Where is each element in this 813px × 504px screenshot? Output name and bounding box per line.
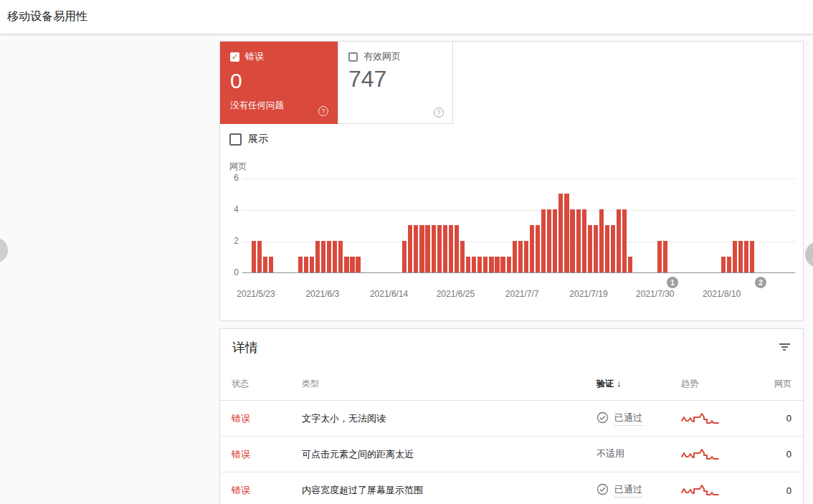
chart-bar[interactable]: [750, 241, 754, 272]
chart-bar[interactable]: [298, 257, 303, 272]
chart-bar[interactable]: [576, 209, 581, 272]
chart-bar[interactable]: [553, 209, 557, 272]
chart-bar[interactable]: [350, 257, 354, 272]
chart-bar[interactable]: [611, 225, 615, 272]
valid-checkbox[interactable]: [348, 52, 358, 62]
scroll-left-button[interactable]: [0, 237, 8, 263]
table-row[interactable]: 错误 可点击元素之间的距离太近 不适用 0: [220, 437, 803, 472]
filter-icon[interactable]: [779, 343, 790, 352]
chart-bar[interactable]: [327, 241, 331, 272]
chart-bar[interactable]: [558, 194, 563, 272]
chart-bar[interactable]: [588, 225, 592, 272]
row-validation: 已通过: [596, 412, 681, 426]
column-header-trend[interactable]: 趋势: [681, 378, 766, 390]
chart-bar[interactable]: [564, 194, 569, 272]
top-bar: 移动设备易用性: [0, 0, 813, 34]
chart-bar[interactable]: [472, 257, 476, 272]
chart-bar[interactable]: [744, 241, 748, 272]
trend-sparkline: [681, 412, 766, 425]
check-circle-icon: [596, 412, 609, 426]
valid-summary-card[interactable]: 有效网页 747 ?: [338, 42, 453, 124]
chart-bar[interactable]: [425, 225, 429, 272]
error-count: 0: [230, 69, 328, 93]
chart-bar[interactable]: [733, 241, 737, 272]
error-label: 错误: [245, 50, 264, 63]
trend-sparkline: [681, 448, 766, 461]
chart-bar[interactable]: [727, 257, 731, 272]
bar-chart-plot: [242, 179, 795, 273]
chart-bar[interactable]: [507, 257, 511, 272]
page-title: 移动设备易用性: [7, 9, 87, 24]
table-row[interactable]: 错误 文字太小，无法阅读 已通过 0: [220, 401, 803, 437]
scroll-right-button[interactable]: [805, 242, 813, 267]
chart-bar[interactable]: [628, 257, 632, 272]
chart-bar[interactable]: [594, 225, 598, 272]
chart-bar[interactable]: [252, 241, 256, 272]
help-icon[interactable]: ?: [434, 108, 444, 118]
chart-bar[interactable]: [622, 209, 627, 272]
column-header-status[interactable]: 状态: [232, 378, 302, 390]
chart-bar[interactable]: [518, 241, 523, 272]
chart-bar[interactable]: [524, 241, 528, 272]
chart-bar[interactable]: [315, 241, 320, 272]
chart-bar[interactable]: [477, 257, 482, 272]
chart-bar[interactable]: [663, 241, 667, 272]
chart-bar[interactable]: [541, 209, 546, 272]
column-header-validation[interactable]: 验证↓: [596, 378, 681, 390]
column-header-type[interactable]: 类型: [302, 378, 596, 390]
chart-bar[interactable]: [437, 225, 442, 272]
chart-bar[interactable]: [408, 225, 412, 272]
x-tick-label: 2021/6/25: [437, 289, 475, 299]
chart-bar[interactable]: [500, 257, 505, 272]
chart-bar[interactable]: [721, 257, 726, 272]
column-header-pages[interactable]: 网页: [766, 378, 791, 390]
chart-bar[interactable]: [547, 209, 551, 272]
chart-bar[interactable]: [310, 257, 314, 272]
chart-bar[interactable]: [419, 225, 424, 272]
sort-down-icon: ↓: [617, 378, 622, 389]
chart-bar[interactable]: [738, 241, 743, 272]
help-icon[interactable]: ?: [318, 106, 328, 116]
chart-bar[interactable]: [605, 225, 609, 272]
chart-bar[interactable]: [269, 257, 273, 272]
error-summary-card[interactable]: ✓ 错误 0 没有任何问题 ?: [220, 42, 338, 124]
chart-bar[interactable]: [599, 209, 604, 272]
chart-bar[interactable]: [443, 225, 447, 272]
display-toggle[interactable]: 展示: [229, 133, 268, 146]
chart-bar[interactable]: [402, 241, 406, 272]
chart-bar[interactable]: [356, 257, 360, 272]
chart-bar[interactable]: [657, 241, 662, 272]
chart-bar[interactable]: [483, 257, 488, 272]
row-status: 错误: [232, 484, 302, 497]
chart-bar[interactable]: [432, 225, 436, 272]
chart-bar[interactable]: [617, 209, 621, 272]
chart-bar[interactable]: [257, 241, 262, 272]
chart-bar[interactable]: [530, 225, 534, 272]
details-card: 详情 状态 类型 验证↓ 趋势 网页 错误 文字太小，无法阅读 已通过: [219, 328, 804, 504]
chart-bar[interactable]: [455, 225, 459, 272]
chart-bar[interactable]: [263, 257, 267, 272]
chart-bar[interactable]: [460, 241, 465, 272]
chart-bar[interactable]: [466, 257, 470, 272]
validation-label: 已通过: [614, 483, 642, 498]
chart-bar[interactable]: [489, 257, 493, 272]
display-checkbox[interactable]: [229, 133, 242, 146]
chart-marker-badge[interactable]: 2: [755, 277, 766, 288]
error-checkbox[interactable]: ✓: [230, 52, 239, 62]
table-row[interactable]: 错误 内容宽度超过了屏幕显示范围 已通过 0: [220, 472, 803, 504]
chart-bar[interactable]: [513, 241, 517, 272]
row-validation: 已通过: [596, 483, 681, 498]
chart-bar[interactable]: [333, 241, 337, 272]
chart-bar[interactable]: [344, 257, 348, 272]
chart-bar[interactable]: [338, 241, 343, 272]
chart-bar[interactable]: [536, 225, 540, 272]
chart-bar[interactable]: [582, 209, 586, 272]
chart-bar[interactable]: [495, 257, 499, 272]
chart-bar[interactable]: [304, 257, 308, 272]
chart-bar[interactable]: [414, 225, 418, 272]
chart-bar[interactable]: [570, 209, 574, 272]
chart-bar[interactable]: [321, 241, 325, 272]
chart-marker-badge[interactable]: 1: [667, 277, 678, 288]
gridline: [242, 179, 795, 179]
chart-bar[interactable]: [449, 225, 453, 272]
